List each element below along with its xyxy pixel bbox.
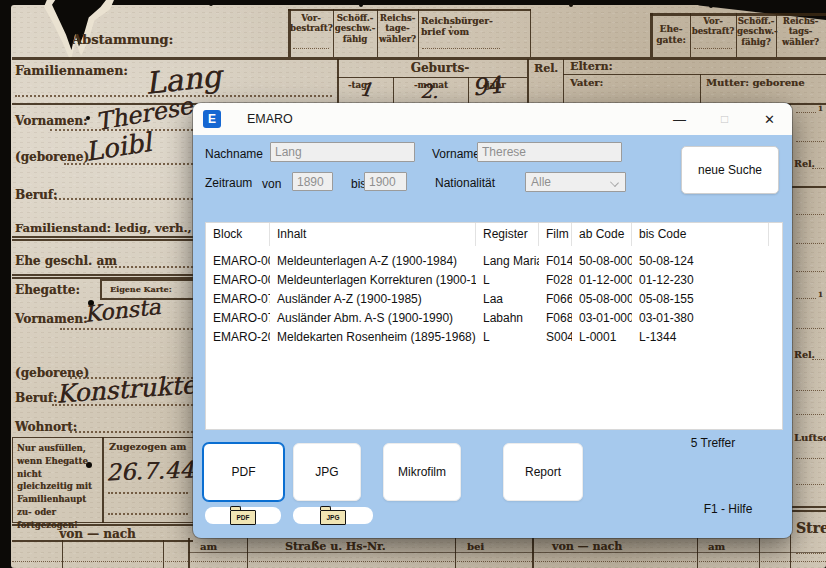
zeitraum-bis-input[interactable] <box>364 172 407 191</box>
rule-line <box>288 9 531 11</box>
titlebar[interactable]: E EMARO — □ ✕ <box>193 103 792 135</box>
cell[interactable]: L <box>476 328 539 347</box>
dotted-line <box>108 492 188 494</box>
cell[interactable]: L <box>476 271 539 290</box>
cell[interactable]: Lang Maria <box>476 252 539 271</box>
cell[interactable]: 01-12-230 <box>632 271 769 290</box>
rule-line <box>163 540 164 568</box>
doc-label-stre: Stre <box>796 520 826 536</box>
doc-label-beruf: Beruf: <box>15 188 57 202</box>
rule-line <box>12 274 193 276</box>
cell[interactable]: Meldeunterlagen A-Z (1900-1984) <box>270 252 476 271</box>
cell[interactable]: 50-08-124 <box>632 252 769 271</box>
cell[interactable]: Labahn <box>476 309 539 328</box>
cell[interactable]: 50-08-000 <box>572 252 632 271</box>
doc-label-von-nach-left: von — nach <box>45 527 150 541</box>
pdf-folder-button[interactable]: PDF <box>205 507 281 524</box>
rule-line <box>188 538 190 568</box>
cell[interactable]: F066 <box>539 290 572 309</box>
doc-footnote-2: 1 <box>818 290 823 299</box>
dotted-line <box>98 266 193 268</box>
col-header-bis-code[interactable]: bis Code <box>632 223 769 246</box>
dotted-line <box>108 513 188 515</box>
nationalitaet-select[interactable]: Alle <box>525 172 626 192</box>
col-header-block[interactable]: Block <box>206 223 270 246</box>
rule-line <box>102 437 104 523</box>
doc-colhead-reichstage: Reichs-tage-wähler? <box>378 13 417 44</box>
doc-colhead-vorbestraft: Vor-bestraft? <box>290 13 332 34</box>
cell[interactable]: Ausländer A-Z (1900-1985) <box>270 290 476 309</box>
neue-suche-button[interactable]: neue Suche <box>681 146 779 194</box>
cell[interactable]: EMARO-076 <box>206 290 270 309</box>
dotted-line <box>694 48 732 49</box>
dotted-line <box>422 48 500 49</box>
window-title: EMARO <box>247 112 293 126</box>
rule-line <box>697 538 698 568</box>
scan-speckles <box>150 2 152 4</box>
cell[interactable]: L-1344 <box>632 328 769 347</box>
dotted-line <box>55 198 193 200</box>
cell[interactable]: EMARO-078 <box>206 309 270 328</box>
rule-line <box>62 540 63 568</box>
doc-label-ehegatte-col: Ehe-gatte: <box>653 24 689 46</box>
cell[interactable]: 01-12-000 <box>572 271 632 290</box>
cell[interactable]: EMARO-001 <box>206 252 270 271</box>
cell[interactable]: Meldekarten Rosenheim (1895-1968) <box>270 328 476 347</box>
rule-line <box>418 9 419 57</box>
doc-label-abstammung: Abstammung: <box>72 32 173 47</box>
rule-line <box>792 186 826 188</box>
doc-label-am2: am <box>708 541 725 552</box>
cell[interactable]: 05-08-000 <box>572 290 632 309</box>
cell[interactable]: F068 <box>539 309 572 328</box>
doc-label-geborene: (geborene) <box>15 150 89 164</box>
close-icon[interactable]: ✕ <box>747 103 792 135</box>
col-header-inhalt[interactable]: Inhalt <box>270 223 476 246</box>
doc-label-eltern: Eltern: <box>570 60 613 73</box>
minimize-icon[interactable]: — <box>657 103 702 135</box>
cell[interactable]: EMARO-204 <box>206 328 270 347</box>
rule-line <box>12 239 193 241</box>
cell[interactable]: L-0001 <box>572 328 632 347</box>
mikrofilm-button[interactable]: Mikrofilm <box>383 443 461 501</box>
cell[interactable]: Meldeunterlagen Korrekturen (1900-1984) <box>270 271 476 290</box>
rule-line <box>792 506 826 508</box>
vorname-label: Vorname <box>432 147 480 161</box>
result-table[interactable]: Block Inhalt Register Film ab Code bis C… <box>205 222 783 430</box>
col-header-film[interactable]: Film <box>539 223 572 246</box>
von-label: von <box>262 177 281 191</box>
nachname-label: Nachname <box>205 147 263 161</box>
cell[interactable]: EMARO-002 <box>206 271 270 290</box>
zeitraum-von-input[interactable] <box>292 172 333 191</box>
rule-line <box>188 552 826 553</box>
doc-label-geburts: Geburts- <box>395 61 485 75</box>
treffer-count: 5 Treffer <box>653 436 773 450</box>
report-button[interactable]: Report <box>503 443 583 501</box>
vorname-input[interactable] <box>477 142 622 162</box>
zeitraum-label: Zeitraum <box>205 176 252 190</box>
dotted-line <box>796 484 824 485</box>
nationalitaet-value: Alle <box>531 175 551 189</box>
jpg-folder-button[interactable]: JPG <box>293 507 373 524</box>
cell[interactable]: F028 <box>539 271 572 290</box>
cell[interactable]: 03-01-000 <box>572 309 632 328</box>
jpg-button[interactable]: JPG <box>293 443 361 501</box>
cell[interactable]: Ausländer Abm. A-S (1900-1990) <box>270 309 476 328</box>
doc-label-vater: Vater: <box>570 77 603 88</box>
rule-line <box>468 77 469 104</box>
cell[interactable]: 03-01-380 <box>632 309 769 328</box>
doc-colhead-schoeff: Schöff.-geschw.-fähig <box>334 13 376 44</box>
cell[interactable]: 05-08-155 <box>632 290 769 309</box>
cell[interactable]: S004 <box>539 328 572 347</box>
col-header-ab-code[interactable]: ab Code <box>572 223 632 246</box>
col-header-register[interactable]: Register <box>476 223 539 246</box>
pdf-button[interactable]: PDF <box>203 443 284 501</box>
handwriting-geburtsjahr: 94 <box>471 72 503 101</box>
emaro-window: E EMARO — □ ✕ Nachname Vorname neue Such… <box>193 103 792 538</box>
nachname-input[interactable] <box>270 142 415 162</box>
doc-label-wohnort: Wohnort: <box>15 420 77 434</box>
doc-label-eigene-karte: Eigene Karte: <box>110 284 172 294</box>
cell[interactable]: Laa <box>476 290 539 309</box>
cell[interactable]: F014 <box>539 252 572 271</box>
doc-colhead-vorbestraft2: Vor-bestraft? <box>691 16 735 37</box>
hilfe-hint: F1 - Hilfe <box>668 502 788 516</box>
